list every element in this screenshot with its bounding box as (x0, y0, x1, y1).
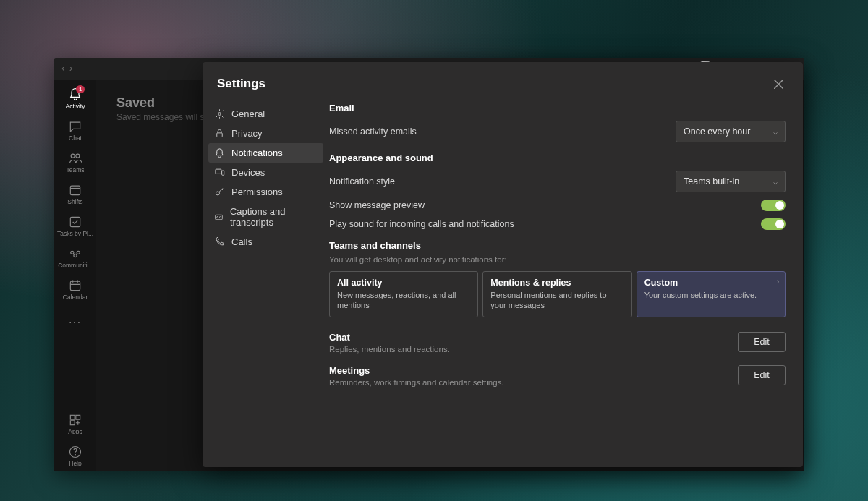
nav-label: Permissions (231, 187, 283, 197)
rail-communities[interactable]: Communiti... (54, 241, 96, 273)
section-appearance-heading: Appearance and sound (329, 153, 786, 163)
card-desc: Personal mentions and replies to your me… (490, 290, 624, 311)
notification-style-select[interactable]: Teams built-in ⌵ (676, 171, 786, 192)
card-custom[interactable]: › Custom Your custom settings are active… (637, 271, 786, 317)
nav-privacy[interactable]: Privacy (208, 124, 323, 143)
missed-emails-select[interactable]: Once every hour ⌵ (676, 121, 786, 142)
meetings-heading: Meetings (329, 365, 504, 376)
row-message-preview: Show message preview (329, 200, 786, 211)
card-mentions-replies[interactable]: Mentions & replies Personal mentions and… (482, 271, 631, 317)
nav-general[interactable]: General (208, 104, 323, 124)
svg-rect-22 (222, 171, 224, 175)
bell-icon (214, 147, 225, 158)
card-title: All activity (337, 278, 470, 288)
rail-label: Shifts (67, 199, 82, 205)
rail-tasks[interactable]: Tasks by Pl... (54, 210, 96, 241)
notification-style-label: Notification style (329, 176, 395, 187)
history-nav: ‹ › (61, 62, 72, 74)
chevron-right-icon: › (777, 278, 779, 286)
rail-teams[interactable]: Teams (54, 146, 96, 178)
select-value: Once every hour (684, 127, 750, 137)
teams-icon (68, 151, 82, 166)
rail-label: Teams (66, 167, 84, 174)
nav-captions[interactable]: Captions and transcripts (208, 202, 323, 232)
nav-devices[interactable]: Devices (208, 163, 323, 182)
section-email-heading: Email (329, 103, 786, 114)
card-all-activity[interactable]: All activity New messages, reactions, an… (329, 271, 478, 317)
apps-icon (68, 413, 82, 427)
chat-icon (68, 119, 82, 134)
svg-point-9 (77, 251, 80, 254)
svg-rect-21 (216, 169, 221, 174)
section-chat: Chat Replies, mentions and reactions. Ed… (329, 332, 786, 354)
close-settings-button[interactable] (768, 74, 788, 94)
chat-desc: Replies, mentions and reactions. (329, 345, 450, 354)
nav-notifications[interactable]: Notifications (208, 143, 323, 163)
svg-point-8 (71, 251, 74, 254)
card-title: Custom (644, 278, 778, 288)
rail-shifts[interactable]: Shifts (54, 178, 96, 210)
play-sound-toggle[interactable] (761, 218, 786, 230)
rail-label: Calendar (63, 294, 88, 301)
card-title: Mentions & replies (490, 278, 624, 288)
settings-title: Settings (217, 77, 265, 91)
rail-label: Help (69, 461, 81, 467)
settings-nav: General Privacy Notifications Devices Pe… (203, 100, 329, 467)
rail-more[interactable]: ··· (54, 305, 96, 337)
rail-help[interactable]: Help (54, 440, 96, 471)
devices-icon (214, 167, 225, 178)
nav-label: Notifications (231, 147, 283, 158)
rail-activity[interactable]: 1 Activity (54, 82, 96, 114)
svg-rect-24 (216, 215, 223, 219)
calendar-icon (68, 278, 82, 293)
svg-point-10 (74, 254, 77, 257)
card-desc: New messages, reactions, and all mention… (337, 290, 470, 311)
svg-rect-7 (70, 217, 80, 226)
chevron-down-icon: ⌵ (773, 178, 778, 186)
rail-label: Apps (68, 429, 82, 435)
more-icon: ··· (69, 317, 82, 327)
nav-label: Calls (231, 236, 252, 247)
close-icon (774, 80, 783, 89)
rail-chat[interactable]: Chat (54, 114, 96, 146)
settings-header: Settings (203, 62, 803, 100)
select-value: Teams built-in (684, 176, 739, 187)
settings-content: Email Missed activity emails Once every … (329, 100, 803, 467)
row-notification-style: Notification style Teams built-in ⌵ (329, 171, 786, 192)
section-teams-heading: Teams and channels (329, 240, 786, 251)
rail-label: Tasks by Pl... (57, 231, 93, 237)
phone-icon (214, 236, 225, 247)
nav-label: Devices (231, 167, 265, 178)
row-missed-emails: Missed activity emails Once every hour ⌵ (329, 121, 786, 142)
gear-icon (214, 108, 225, 119)
teams-window: ‹ › 1 Activity Chat Teams Shifts Tasks b… (54, 58, 804, 471)
chevron-down-icon: ⌵ (773, 128, 778, 136)
app-rail: 1 Activity Chat Teams Shifts Tasks by Pl… (54, 80, 96, 471)
settings-body: General Privacy Notifications Devices Pe… (203, 100, 803, 467)
cc-icon (214, 212, 224, 223)
svg-point-5 (76, 154, 80, 158)
svg-point-23 (216, 192, 220, 195)
message-preview-label: Show message preview (329, 200, 425, 210)
svg-point-4 (71, 154, 75, 158)
rail-calendar[interactable]: Calendar (54, 273, 96, 305)
nav-calls[interactable]: Calls (208, 232, 323, 252)
shifts-icon (68, 183, 82, 197)
forward-button[interactable]: › (69, 62, 73, 74)
chat-edit-button[interactable]: Edit (738, 332, 786, 352)
nav-label: Privacy (231, 128, 263, 139)
section-meetings: Meetings Reminders, work timings and cal… (329, 365, 786, 387)
nav-permissions[interactable]: Permissions (208, 182, 323, 202)
community-icon (68, 247, 82, 261)
rail-label: Communiti... (58, 262, 93, 269)
rail-apps[interactable]: Apps (54, 408, 96, 440)
back-button[interactable]: ‹ (61, 62, 65, 74)
svg-rect-6 (70, 186, 80, 195)
lock-icon (214, 128, 225, 139)
svg-point-19 (218, 113, 221, 116)
settings-dialog: Settings General Privacy Notifications (203, 62, 803, 467)
svg-rect-13 (76, 415, 80, 419)
meetings-edit-button[interactable]: Edit (738, 365, 786, 385)
rail-label: Activity (66, 103, 85, 110)
message-preview-toggle[interactable] (761, 200, 786, 211)
